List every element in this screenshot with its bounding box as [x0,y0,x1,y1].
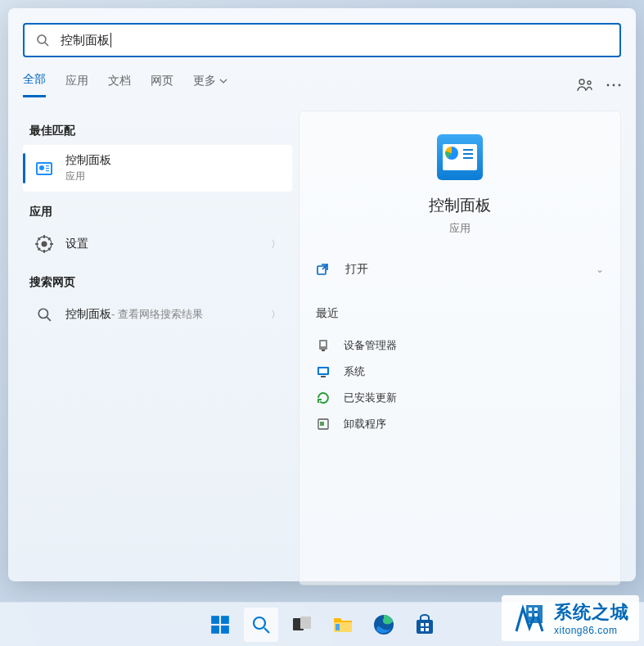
svg-point-0 [38,35,46,43]
detail-title: 控制面板 [316,195,604,216]
settings-icon [34,234,54,254]
search-icon [36,34,49,47]
svg-point-3 [588,81,591,84]
tab-web[interactable]: 网页 [151,74,173,97]
best-match-result[interactable]: 控制面板 应用 [23,145,292,192]
device-manager-icon [316,338,331,353]
text-cursor [110,33,111,47]
system-icon [316,364,331,379]
svg-rect-11 [46,168,49,169]
store-button[interactable] [408,608,442,642]
svg-rect-10 [46,165,49,166]
svg-rect-45 [417,620,433,634]
svg-rect-28 [322,350,325,351]
recent-item-device-manager[interactable]: 设备管理器 [316,332,604,359]
svg-point-38 [254,617,265,629]
control-panel-large-icon [437,134,483,180]
edge-button[interactable] [367,608,401,642]
apps-header: 应用 [29,205,292,219]
svg-point-6 [619,84,621,86]
start-button[interactable] [203,608,237,642]
search-query-text: 控制面板 [61,33,110,48]
detail-subtitle: 应用 [316,221,604,236]
open-icon [316,263,329,276]
result-title: 设置 [65,237,271,251]
file-explorer-button[interactable] [326,608,360,642]
result-extra: - 查看网络搜索结果 [111,307,203,322]
account-icon[interactable] [577,78,593,93]
filter-tabs: 全部 应用 文档 网页 更多 [23,72,621,97]
svg-line-39 [264,628,269,633]
svg-rect-12 [46,170,49,171]
svg-rect-43 [336,624,340,630]
search-input-container[interactable]: 控制面板 [23,23,621,57]
chevron-down-icon [219,77,227,85]
watermark-logo-icon [511,600,547,636]
tab-apps[interactable]: 应用 [65,74,88,97]
chevron-down-icon[interactable]: ⌄ [596,264,604,275]
svg-point-5 [613,84,615,86]
search-button[interactable] [244,608,278,642]
result-title: 控制面板 [65,153,281,168]
chevron-right-icon: 〉 [271,308,281,322]
recent-item-uninstall[interactable]: 卸载程序 [316,411,604,437]
watermark-url: xitong86.com [554,625,629,636]
svg-rect-53 [529,613,532,617]
search-icon [34,305,54,324]
search-panel: 控制面板 全部 应用 文档 网页 更多 最佳匹配 [8,8,636,581]
svg-rect-54 [534,613,538,617]
svg-point-23 [38,309,47,318]
svg-rect-46 [421,623,424,626]
web-header: 搜索网页 [29,275,292,290]
detail-pane: 控制面板 应用 打开 ⌄ 最近 设备管理器 系统 已安装更新 [299,111,621,585]
svg-rect-47 [426,623,429,626]
recent-header: 最近 [316,306,604,321]
svg-rect-49 [426,628,429,631]
svg-rect-30 [319,368,327,373]
svg-rect-35 [221,616,229,624]
tab-documents[interactable]: 文档 [108,74,131,97]
recent-item-installed-updates[interactable]: 已安装更新 [316,385,604,411]
svg-rect-34 [211,616,219,624]
svg-rect-52 [534,608,538,611]
svg-point-2 [579,79,584,84]
recent-item-system[interactable]: 系统 [316,359,604,385]
svg-rect-51 [529,608,532,611]
updates-icon [316,391,331,405]
svg-rect-33 [320,422,324,426]
open-action[interactable]: 打开 ⌄ [316,262,604,277]
uninstall-icon [316,417,331,431]
svg-point-9 [39,165,44,170]
open-label: 打开 [345,262,368,277]
control-panel-icon [34,159,54,178]
task-view-button[interactable] [285,608,319,642]
best-match-header: 最佳匹配 [29,124,292,138]
watermark: 系统之城 xitong86.com [502,595,639,641]
svg-line-1 [45,43,48,46]
svg-rect-31 [321,376,326,377]
svg-line-24 [47,317,51,321]
results-column: 最佳匹配 控制面板 应用 应用 设置 〉 搜索网页 [8,111,299,585]
svg-rect-27 [321,341,326,346]
svg-rect-48 [421,628,424,631]
svg-point-14 [42,242,47,247]
chevron-right-icon: 〉 [271,237,281,251]
tab-all[interactable]: 全部 [23,72,46,97]
watermark-title: 系统之城 [554,600,629,625]
tab-more[interactable]: 更多 [193,74,227,97]
more-options-icon[interactable] [606,79,621,92]
svg-point-4 [607,84,610,86]
result-subtitle: 应用 [65,169,281,183]
result-title: 控制面板 [65,307,111,322]
svg-rect-36 [211,626,219,634]
svg-rect-41 [300,617,311,629]
web-result[interactable]: 控制面板 - 查看网络搜索结果 〉 [23,296,292,332]
svg-rect-37 [221,626,229,634]
app-result-settings[interactable]: 设置 〉 [23,226,292,262]
